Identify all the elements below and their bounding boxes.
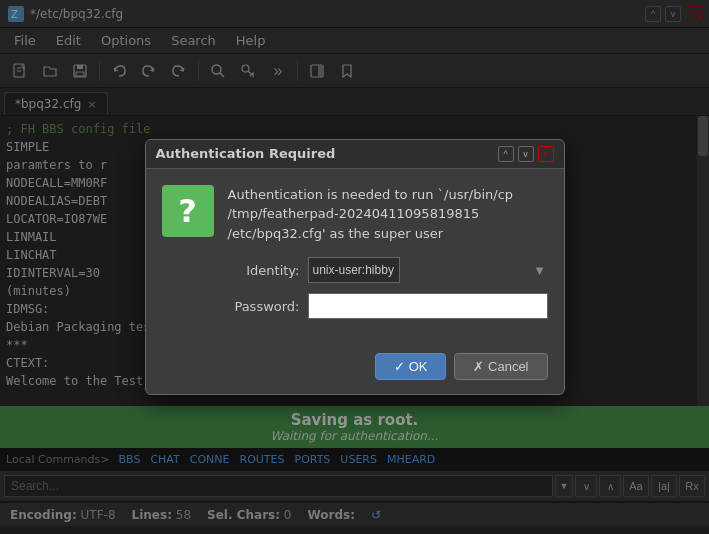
auth-dialog: Authentication Required ^ v × ? Authenti… <box>145 139 565 396</box>
password-input[interactable] <box>308 293 548 319</box>
identity-select[interactable]: unix-user:hibby <box>308 257 400 283</box>
modal-minimize-button[interactable]: ^ <box>498 146 514 162</box>
modal-maximize-button[interactable]: v <box>518 146 534 162</box>
ok-button[interactable]: ✓ OK <box>375 353 446 380</box>
identity-label: Identity: <box>228 263 300 278</box>
modal-title-text: Authentication Required <box>156 146 336 161</box>
modal-overlay: Authentication Required ^ v × ? Authenti… <box>0 0 709 534</box>
identity-field: Identity: unix-user:hibby ▼ <box>228 257 548 283</box>
password-label: Password: <box>228 299 300 314</box>
modal-icon: ? <box>162 185 214 237</box>
identity-select-wrapper: unix-user:hibby ▼ <box>308 257 548 283</box>
modal-body: ? Authentication is needed to run `/usr/… <box>146 169 564 346</box>
modal-message: Authentication is needed to run `/usr/bi… <box>228 185 548 244</box>
modal-content: Authentication is needed to run `/usr/bi… <box>228 185 548 330</box>
modal-title-bar: Authentication Required ^ v × <box>146 140 564 169</box>
password-field: Password: <box>228 293 548 319</box>
question-mark-icon: ? <box>178 192 197 230</box>
cancel-button[interactable]: ✗ Cancel <box>454 353 547 380</box>
modal-close-button[interactable]: × <box>538 146 554 162</box>
modal-title-controls: ^ v × <box>498 146 554 162</box>
modal-footer: ✓ OK ✗ Cancel <box>146 345 564 394</box>
select-arrow-icon: ▼ <box>536 265 544 276</box>
